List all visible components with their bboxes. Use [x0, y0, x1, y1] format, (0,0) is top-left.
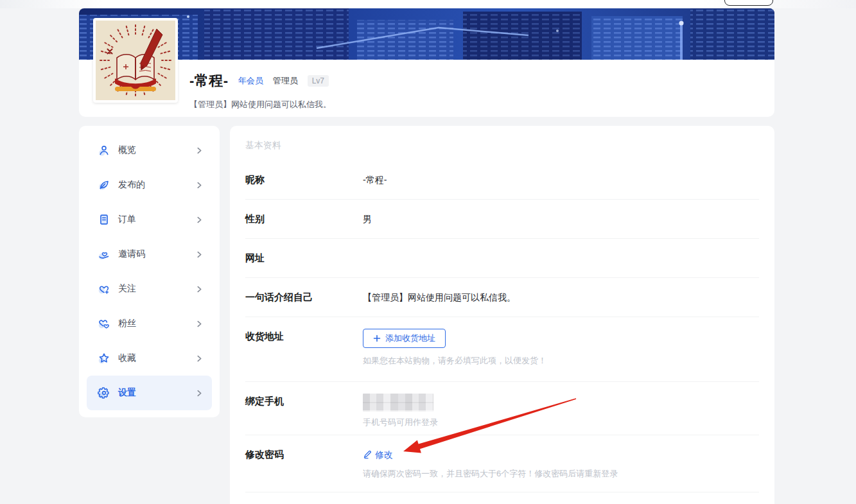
masked-phone-number	[363, 394, 433, 412]
plus-icon	[373, 335, 381, 342]
username: -常程-	[189, 71, 229, 91]
chevron-right-icon	[196, 147, 203, 154]
field-row-website: 网址	[245, 239, 759, 278]
level-badge: Lv7	[308, 75, 329, 87]
order-icon	[97, 213, 111, 227]
invite-code-icon	[97, 247, 111, 261]
intro-value: 【管理员】网站使用问题可以私信我。	[363, 290, 759, 305]
annual-member-badge: 年会员	[238, 75, 263, 87]
chevron-right-icon	[196, 355, 203, 362]
address-hint: 如果您在本站购物，请务必填写此项，以便发货！	[363, 355, 759, 367]
field-row-nickname: 昵称 -常程-	[245, 161, 759, 200]
field-row-intro: 一句话介绍自己 【管理员】网站使用问题可以私信我。	[245, 278, 759, 317]
field-label: 修改密码	[245, 447, 363, 462]
chevron-right-icon	[196, 286, 203, 293]
sidebar-item-following[interactable]: 关注	[87, 272, 212, 306]
heart-plus-icon	[97, 282, 111, 296]
user-identity: -常程- 年会员 管理员 Lv7	[189, 71, 331, 91]
sidebar-item-settings[interactable]: 设置	[87, 376, 212, 410]
section-title: 基本资料	[245, 140, 759, 152]
sidebar-item-favorites[interactable]: 收藏	[87, 341, 212, 376]
user-bio: 【管理员】网站使用问题可以私信我。	[189, 99, 331, 110]
add-address-button-label: 添加收货地址	[385, 333, 435, 344]
field-label: 一句话介绍自己	[245, 290, 363, 305]
sidebar-item-label: 收藏	[118, 352, 196, 364]
feather-icon	[97, 178, 111, 192]
top-strip	[0, 0, 856, 8]
sidebar-item-fans[interactable]: 粉丝	[87, 306, 212, 341]
sidebar-item-overview[interactable]: 概览	[87, 133, 212, 168]
sidebar-item-label: 设置	[118, 387, 196, 399]
field-row-gender: 性别 男	[245, 200, 759, 239]
profile-page: -常程- 年会员 管理员 Lv7 【管理员】网站使用问题可以私信我。 概览	[79, 8, 774, 504]
profile-header-card: -常程- 年会员 管理员 Lv7 【管理员】网站使用问题可以私信我。	[79, 8, 774, 117]
sidebar-item-label: 订单	[118, 214, 196, 225]
phone-hint: 手机号码可用作登录	[363, 417, 759, 428]
field-row-address: 收货地址 添加收货地址 如果您在本站购物，请务必填写此项，以便发货！	[245, 317, 759, 382]
sidebar-item-orders[interactable]: 订单	[87, 202, 212, 237]
star-icon	[97, 351, 111, 365]
password-hint: 请确保两次密码一致，并且密码大于6个字符！修改密码后请重新登录	[363, 468, 759, 480]
sidebar-item-label: 概览	[118, 144, 196, 156]
double-heart-icon	[97, 317, 111, 331]
chevron-right-icon	[196, 251, 203, 258]
chevron-right-icon	[196, 320, 203, 327]
admin-badge: 管理员	[273, 75, 298, 87]
sidebar-item-label: 粉丝	[118, 318, 196, 329]
change-password-link-label: 修改	[375, 447, 393, 462]
gender-value: 男	[363, 211, 759, 227]
sidebar-item-invite-code[interactable]: 邀请码	[87, 237, 212, 272]
pencil-icon	[363, 450, 372, 459]
field-row-password: 修改密码 修改 请确保两次密码一致，并且密码大于6个字符！修改密码后请重新登录	[245, 435, 759, 492]
chevron-right-icon	[196, 182, 203, 189]
top-cutoff-button[interactable]	[724, 0, 773, 6]
user-icon	[97, 143, 111, 157]
sidebar-item-posts[interactable]: 发布的	[87, 168, 212, 202]
sidebar-item-label: 邀请码	[118, 248, 196, 260]
chevron-right-icon	[196, 390, 203, 397]
field-label: 昵称	[245, 172, 363, 187]
gear-icon	[97, 386, 111, 400]
sidebar-item-label: 关注	[118, 283, 196, 295]
sidebar: 概览 发布的	[79, 126, 220, 417]
settings-panel: 基本资料 昵称 -常程- 性别 男 网址 一句话介绍自己 【管理员】网站使用问题…	[230, 126, 774, 504]
field-row-phone: 绑定手机 手机号码可用作登录	[245, 382, 759, 435]
field-label: 绑定手机	[245, 394, 363, 409]
profile-banner-image	[79, 8, 774, 60]
change-password-link[interactable]: 修改	[363, 447, 393, 462]
avatar	[93, 18, 178, 103]
field-label: 性别	[245, 211, 363, 227]
sidebar-item-label: 发布的	[118, 179, 196, 191]
field-label: 收货地址	[245, 329, 363, 344]
field-label: 网址	[245, 250, 363, 266]
add-address-button[interactable]: 添加收货地址	[363, 329, 446, 348]
nickname-value: -常程-	[363, 172, 759, 187]
chevron-right-icon	[196, 216, 203, 223]
